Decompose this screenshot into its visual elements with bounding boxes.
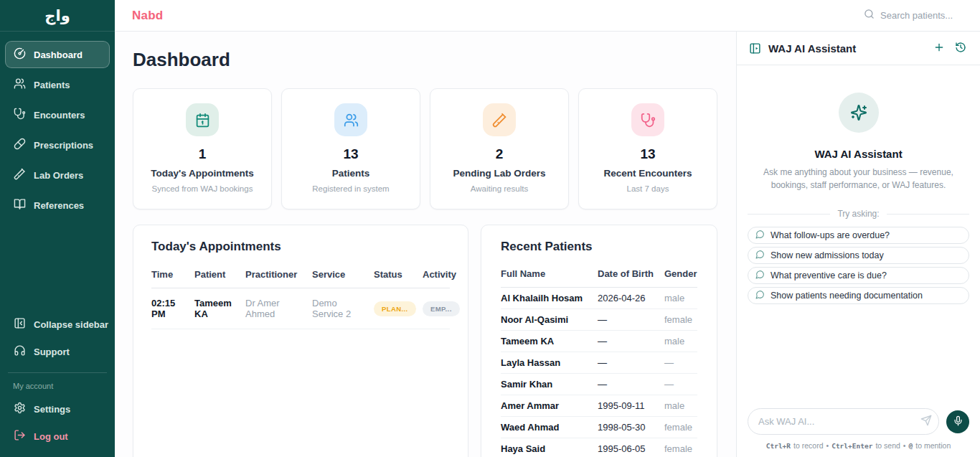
account-section-label: My account	[5, 380, 110, 395]
patient-dob: 1995-09-11	[598, 400, 664, 411]
stethoscope-icon	[631, 103, 664, 136]
sidebar: واج Dashboard Patients Encounters Prescr…	[0, 0, 115, 457]
ai-assistant-panel: WAJ AI Assistant WAJ AI Assistant Ask me…	[736, 32, 980, 457]
stat-value: 13	[586, 146, 710, 162]
patient-name: Amer Ammar	[501, 400, 598, 411]
logout-label: Log out	[34, 431, 68, 442]
headphones-icon	[14, 344, 26, 359]
col-gender: Gender	[664, 268, 697, 279]
ai-assistant-description: Ask me anything about your business — re…	[750, 166, 967, 192]
logout-button[interactable]: Log out	[5, 423, 110, 450]
book-icon	[14, 198, 26, 212]
suggestion-preventive-care[interactable]: What preventive care is due?	[748, 267, 969, 284]
patient-name: Al Khalailh Hosam	[501, 293, 598, 303]
stethoscope-icon	[14, 108, 26, 122]
col-full-name: Full Name	[501, 268, 598, 279]
sidebar-item-prescriptions[interactable]: Prescriptions	[5, 131, 110, 159]
patient-row[interactable]: Waed Ahmad 1998-05-30 female	[501, 417, 697, 438]
patient-row[interactable]: Tameem KA — male	[501, 331, 697, 352]
sidebar-item-dashboard[interactable]: Dashboard	[5, 41, 110, 68]
col-status: Status	[374, 269, 423, 280]
record-shortcut: Ctrl+R	[766, 442, 791, 450]
search-input[interactable]	[880, 10, 963, 21]
logo[interactable]: واج	[0, 0, 115, 32]
stat-sublabel: Awaiting results	[438, 184, 561, 193]
appointments-header-row: Time Patient Practitioner Service Status…	[151, 263, 450, 288]
send-button[interactable]	[916, 412, 936, 431]
appointments-card: Today's Appointments Time Patient Practi…	[133, 225, 468, 457]
sidebar-item-references[interactable]: References	[5, 192, 110, 219]
patient-gender: female	[664, 443, 697, 454]
appointment-patient: Tameem KA	[194, 298, 245, 319]
topbar: Nabd	[115, 0, 980, 32]
patient-gender: female	[664, 314, 697, 325]
search-icon	[864, 9, 875, 22]
stat-card-patients: 13 Patients Registered in system	[281, 88, 420, 209]
sidebar-item-patients[interactable]: Patients	[5, 71, 110, 98]
chat-bubble-icon	[755, 250, 765, 261]
suggestion-new-admissions[interactable]: Show new admissions today	[748, 247, 969, 264]
waj-logo-text: واج	[44, 7, 70, 24]
collapse-sidebar-button[interactable]: Collapse sidebar	[5, 311, 110, 338]
settings-label: Settings	[34, 404, 70, 415]
calendar-icon	[186, 103, 219, 136]
patient-row[interactable]: Samir Khan — —	[501, 374, 697, 395]
ask-ai-input[interactable]	[748, 408, 939, 435]
app-root: واج Dashboard Patients Encounters Prescr…	[0, 0, 980, 457]
stat-cards: 1 Today's Appointments Synced from WAJ b…	[133, 88, 717, 209]
patient-name: Tameem KA	[501, 336, 598, 347]
patient-dob: —	[598, 357, 664, 368]
suggestion-label: Show patients needing documentation	[771, 291, 923, 301]
send-shortcut: Ctrl+Enter	[831, 442, 872, 450]
suggestion-label: What preventive care is due?	[771, 270, 887, 281]
support-label: Support	[34, 347, 70, 357]
col-patient: Patient	[194, 269, 245, 280]
ai-panel-body: WAJ AI Assistant Ask me anything about y…	[737, 65, 980, 401]
sidebar-item-label: Patients	[34, 80, 70, 90]
sidebar-item-encounters[interactable]: Encounters	[5, 101, 110, 128]
patient-search	[864, 9, 963, 22]
suggestion-overdue-followups[interactable]: What follow-ups are overdue?	[748, 227, 969, 244]
patient-gender: male	[664, 400, 697, 411]
sidebar-item-lab-orders[interactable]: Lab Orders	[5, 161, 110, 189]
patient-name: Waed Ahmad	[501, 422, 598, 433]
patient-gender: male	[664, 336, 697, 347]
appointment-service: Demo Service 2	[312, 298, 374, 319]
sidebar-item-label: Dashboard	[34, 50, 83, 60]
appointment-row[interactable]: 02:15 PM Tameem KA Dr Amer Ahmed Demo Se…	[151, 288, 450, 329]
ai-assistant-name: WAJ AI Assistant	[814, 148, 902, 160]
patients-header-row: Full Name Date of Birth Gender	[501, 263, 697, 288]
mic-button[interactable]	[946, 410, 969, 433]
support-button[interactable]: Support	[5, 338, 110, 365]
test-tube-icon	[14, 168, 26, 182]
chat-bubble-icon	[755, 270, 765, 281]
try-asking-divider: Try asking:	[748, 209, 969, 219]
suggestion-needing-documentation[interactable]: Show patients needing documentation	[748, 287, 969, 304]
patient-dob: —	[598, 314, 664, 325]
patient-row[interactable]: Amer Ammar 1995-09-11 male	[501, 395, 697, 417]
sidebar-item-label: Lab Orders	[34, 170, 83, 181]
stat-sublabel: Registered in system	[289, 184, 413, 193]
sparkles-icon	[839, 93, 879, 133]
app-name: Nabd	[132, 9, 163, 23]
patient-row[interactable]: Layla Hassan — —	[501, 352, 697, 374]
patient-row[interactable]: Haya Said 1995-06-05 female	[501, 438, 697, 457]
col-practitioner: Practitioner	[245, 269, 312, 280]
test-tube-icon	[483, 103, 516, 136]
patient-row[interactable]: Noor Al-Qasimi — female	[501, 309, 697, 331]
recent-patients-card: Recent Patients Full Name Date of Birth …	[481, 225, 717, 457]
users-icon	[14, 77, 26, 92]
stat-label: Recent Encounters	[586, 168, 710, 179]
patient-name: Layla Hassan	[501, 357, 598, 368]
patient-row[interactable]: Al Khalailh Hosam 2026-04-26 male	[501, 288, 697, 309]
new-chat-button[interactable]	[932, 40, 946, 57]
settings-button[interactable]: Settings	[5, 395, 110, 423]
sidebar-item-label: Prescriptions	[34, 140, 93, 151]
history-button[interactable]	[953, 40, 968, 57]
history-icon	[955, 42, 966, 55]
mention-shortcut: @	[909, 442, 913, 450]
appointments-title: Today's Appointments	[151, 240, 450, 254]
stat-sublabel: Last 7 days	[586, 184, 710, 193]
appointment-practitioner: Dr Amer Ahmed	[245, 298, 312, 319]
col-time: Time	[151, 269, 194, 280]
